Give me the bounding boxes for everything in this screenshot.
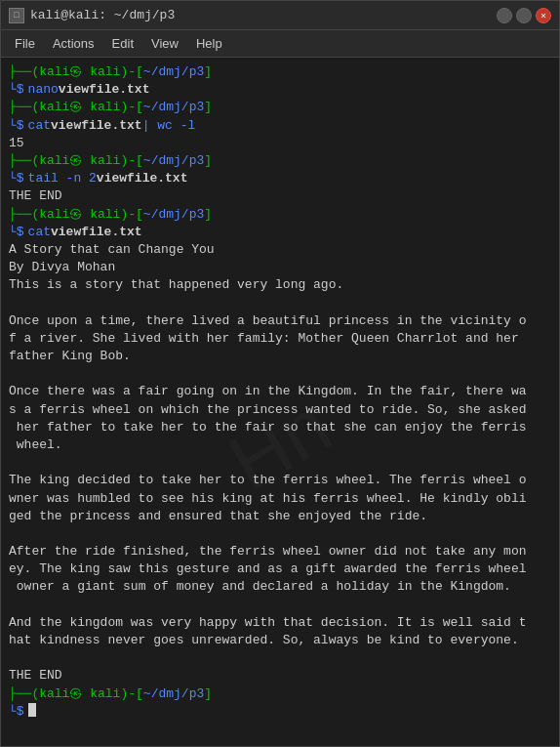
- args-4: viewfile.txt: [51, 224, 142, 241]
- prompt-line-2: ├──(kali㉿ kali)-[~/dmj/p3]: [9, 99, 551, 116]
- prompt-user-2: ├──(kali㉿ kali)-[~/dmj/p3]: [9, 99, 212, 116]
- terminal-window: □ kali@kali: ~/dmj/p3 ✕ File Actions Edi…: [0, 0, 560, 747]
- menu-view[interactable]: View: [143, 34, 186, 53]
- pipe-2: | wc -l: [142, 117, 196, 135]
- menu-actions[interactable]: Actions: [45, 34, 102, 53]
- prompt-line-4: ├──(kali㉿ kali)-[~/dmj/p3]: [9, 206, 551, 224]
- window-controls: ✕: [497, 8, 551, 23]
- dollar-5: └$: [9, 703, 24, 721]
- prompt-line-3: ├──(kali㉿ kali)-[~/dmj/p3]: [9, 152, 551, 170]
- prompt-cmd-3: └$ tail -n 2 viewfile.txt: [9, 170, 551, 187]
- dollar-2: └$: [9, 117, 24, 135]
- terminal-body[interactable]: ├──(kali㉿ kali)-[~/dmj/p3] └$ nano viewf…: [1, 58, 559, 746]
- dollar-1: └$: [9, 81, 24, 99]
- title-bar: □ kali@kali: ~/dmj/p3 ✕: [1, 1, 559, 30]
- prompt-line-1: ├──(kali㉿ kali)-[~/dmj/p3]: [9, 63, 551, 81]
- window-title: kali@kali: ~/dmj/p3: [30, 8, 175, 22]
- title-bar-left: □ kali@kali: ~/dmj/p3: [9, 8, 175, 23]
- menu-bar: File Actions Edit View Help: [1, 30, 559, 58]
- prompt-cmd-2: └$ cat viewfile.txt | wc -l: [9, 117, 551, 135]
- cmd-4: cat: [28, 224, 51, 241]
- cursor: [28, 703, 36, 717]
- prompt-cmd-5: └$: [9, 703, 551, 721]
- cmd-2: cat: [28, 117, 51, 135]
- dollar-3: └$: [9, 170, 24, 187]
- menu-help[interactable]: Help: [188, 34, 230, 53]
- args-2: viewfile.txt: [51, 117, 142, 135]
- dollar-4: └$: [9, 224, 24, 241]
- prompt-user-1: ├──(kali㉿ kali)-[~/dmj/p3]: [9, 63, 212, 81]
- prompt-line-5: ├──(kali㉿ kali)-[~/dmj/p3]: [9, 685, 551, 703]
- output-2: 15: [9, 135, 551, 152]
- menu-file[interactable]: File: [7, 34, 43, 53]
- args-1: viewfile.txt: [59, 81, 150, 99]
- window-icon: □: [9, 8, 24, 23]
- prompt-cmd-1: └$ nano viewfile.txt: [9, 81, 551, 99]
- close-button[interactable]: ✕: [536, 8, 551, 23]
- menu-edit[interactable]: Edit: [104, 34, 141, 53]
- prompt-user-4: ├──(kali㉿ kali)-[~/dmj/p3]: [9, 206, 212, 224]
- prompt-cmd-4: └$ cat viewfile.txt: [9, 224, 551, 241]
- terminal-wrapper: Hn ├──(kali㉿ kali)-[~/dmj/p3] └$ nano vi…: [1, 58, 559, 746]
- cmd-3: tail -n 2: [28, 170, 97, 187]
- cmd-1: nano: [28, 81, 59, 99]
- prompt-user-3: ├──(kali㉿ kali)-[~/dmj/p3]: [9, 152, 212, 170]
- output-3: THE END: [9, 187, 551, 205]
- prompt-user-5: ├──(kali㉿ kali)-[~/dmj/p3]: [9, 685, 212, 703]
- maximize-button[interactable]: [516, 8, 532, 23]
- output-4: A Story that can Change You By Divya Moh…: [9, 241, 551, 685]
- minimize-button[interactable]: [497, 8, 512, 23]
- args-3: viewfile.txt: [97, 170, 188, 187]
